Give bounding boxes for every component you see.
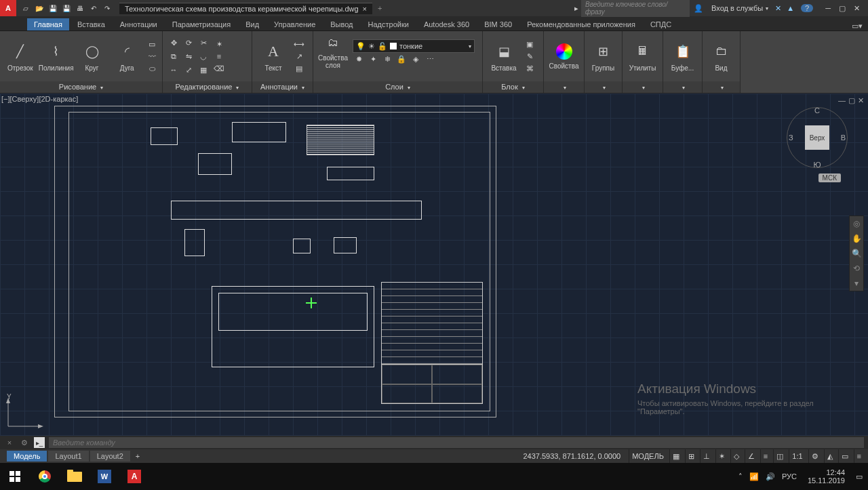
ortho-toggle-icon[interactable]: ⊥ bbox=[700, 449, 713, 463]
scale-icon[interactable]: ⤢ bbox=[182, 64, 195, 76]
fillet-icon[interactable]: ◡ bbox=[197, 50, 210, 62]
ribbon-min-icon[interactable]: ▭▾ bbox=[846, 22, 868, 30]
layer-combo[interactable]: 💡 ☀ 🔓 тонкие ▾ bbox=[353, 39, 475, 53]
exchange-icon[interactable]: ✕ bbox=[772, 4, 784, 13]
layfrz-icon[interactable]: ❄ bbox=[381, 55, 393, 64]
move-icon[interactable]: ✥ bbox=[167, 37, 180, 49]
grid-toggle-icon[interactable]: ▦ bbox=[669, 449, 682, 463]
tab-output[interactable]: Вывод bbox=[323, 18, 359, 30]
model-toggle[interactable]: МОДЕЛЬ bbox=[629, 449, 667, 463]
utils-button[interactable]: 🖩Утилиты bbox=[627, 36, 658, 77]
tray-notifications-icon[interactable]: ▭ bbox=[856, 472, 863, 481]
ellipse-icon[interactable]: ⬭ bbox=[146, 63, 158, 74]
rect-icon[interactable]: ▭ bbox=[146, 39, 158, 49]
table-icon[interactable]: ▤ bbox=[293, 63, 305, 74]
tab-layout2[interactable]: Layout2 bbox=[90, 451, 130, 462]
qat-redo-icon[interactable]: ↷ bbox=[102, 3, 113, 14]
tab-main[interactable]: Главная bbox=[27, 18, 69, 30]
create-block-icon[interactable]: ▣ bbox=[524, 39, 536, 49]
tab-model[interactable]: Модель bbox=[7, 451, 47, 462]
taskbar-explorer[interactable] bbox=[60, 463, 90, 490]
document-tab[interactable]: Технологическая схема производства керам… bbox=[119, 3, 372, 14]
tray-volume-icon[interactable]: 🔊 bbox=[766, 472, 775, 481]
tab-featured[interactable]: Рекомендованные приложения bbox=[520, 18, 642, 30]
explode-icon[interactable]: ✶ bbox=[213, 39, 225, 49]
nav-wheel-icon[interactable]: ◎ bbox=[850, 216, 863, 231]
tab-manage[interactable]: Управление bbox=[267, 18, 322, 30]
maximize-button[interactable]: ▢ bbox=[839, 4, 846, 13]
taskbar-word[interactable]: W bbox=[90, 463, 119, 490]
text-button[interactable]: AТекст bbox=[256, 36, 290, 77]
leader-icon[interactable]: ↗ bbox=[293, 51, 305, 62]
groups-button[interactable]: ⊞Группы bbox=[589, 36, 618, 77]
offset-icon[interactable]: ≡ bbox=[213, 51, 225, 62]
add-layout-icon[interactable]: + bbox=[132, 452, 144, 460]
transparency-icon[interactable]: ◫ bbox=[773, 449, 786, 463]
nav-zoom-icon[interactable]: 🔍 bbox=[850, 246, 863, 261]
tab-bim360[interactable]: BIM 360 bbox=[477, 18, 519, 30]
signin-button[interactable]: Вход в службы▾ bbox=[707, 4, 772, 12]
layoff-icon[interactable]: ✸ bbox=[353, 55, 365, 64]
stretch-icon[interactable]: ↔ bbox=[167, 64, 180, 76]
attr-icon[interactable]: ⌘ bbox=[524, 63, 536, 74]
laylck-icon[interactable]: 🔒 bbox=[395, 55, 408, 64]
laymch-icon[interactable]: ◈ bbox=[410, 55, 422, 64]
wcs-label[interactable]: МСК bbox=[818, 173, 841, 182]
nav-orbit-icon[interactable]: ⟲ bbox=[850, 261, 863, 276]
annoscale-label[interactable]: 1:1 bbox=[789, 449, 805, 463]
polar-toggle-icon[interactable]: ✶ bbox=[715, 449, 728, 463]
insert-button[interactable]: ⬓Вставка bbox=[487, 36, 521, 77]
signin-icon[interactable]: 👤 bbox=[690, 4, 707, 13]
edit-block-icon[interactable]: ✎ bbox=[524, 51, 536, 62]
qat-save-icon[interactable]: 💾 bbox=[47, 3, 58, 14]
otrack-toggle-icon[interactable]: ∠ bbox=[745, 449, 757, 463]
copy-icon[interactable]: ⧉ bbox=[167, 50, 180, 62]
qat-new-icon[interactable]: ▱ bbox=[20, 3, 31, 14]
close-button[interactable]: ✕ bbox=[854, 4, 860, 13]
qat-print-icon[interactable]: 🖶 bbox=[75, 3, 85, 14]
taskbar-autocad[interactable]: A bbox=[119, 463, 149, 490]
exchange-icon-2[interactable]: ▲ bbox=[784, 4, 797, 12]
custom-icon[interactable]: ≡ bbox=[854, 449, 864, 463]
command-input[interactable] bbox=[49, 437, 864, 448]
clean-icon[interactable]: ▭ bbox=[838, 449, 851, 463]
start-button[interactable] bbox=[0, 463, 30, 490]
osnap-toggle-icon[interactable]: ◇ bbox=[730, 449, 742, 463]
line-button[interactable]: ╱Отрезок bbox=[4, 36, 37, 77]
search-icon[interactable]: ▸ bbox=[572, 4, 581, 13]
arc-button[interactable]: ◜Дуга bbox=[111, 36, 143, 77]
erase-icon[interactable]: ⌫ bbox=[213, 63, 225, 74]
tray-lang[interactable]: РУС bbox=[782, 472, 797, 481]
new-tab-icon[interactable]: + bbox=[375, 4, 384, 12]
cmd-config-icon[interactable]: ⚙ bbox=[19, 438, 30, 447]
nav-more-icon[interactable]: ▾ bbox=[850, 276, 863, 291]
tray-network-icon[interactable]: 📶 bbox=[749, 472, 759, 481]
tray-chevron-icon[interactable]: ˄ bbox=[738, 472, 743, 481]
dim-icon[interactable]: ⟷ bbox=[293, 39, 305, 49]
close-icon[interactable]: × bbox=[363, 5, 367, 13]
props-button[interactable]: Свойства bbox=[548, 36, 580, 77]
search-input[interactable]: Введите ключевое слово/фразу bbox=[581, 0, 690, 17]
view-cube[interactable]: С Ю З В Верх bbox=[787, 107, 848, 168]
polyline-button[interactable]: ⌇Полилиния bbox=[39, 36, 73, 77]
gear-icon[interactable]: ⚙ bbox=[808, 449, 821, 463]
tab-annot[interactable]: Аннотации bbox=[113, 18, 164, 30]
laymore-icon[interactable]: ⋯ bbox=[424, 55, 436, 64]
lineweight-icon[interactable]: ≡ bbox=[760, 449, 770, 463]
trim-icon[interactable]: ✂ bbox=[197, 37, 210, 49]
cube-top[interactable]: Верх bbox=[805, 125, 829, 150]
vp-min-icon[interactable]: — bbox=[838, 96, 846, 105]
layer-props-button[interactable]: 🗂Свойства слоя bbox=[317, 34, 349, 69]
tab-view[interactable]: Вид bbox=[239, 18, 266, 30]
iso-icon[interactable]: ◭ bbox=[824, 449, 835, 463]
array-icon[interactable]: ▦ bbox=[197, 64, 210, 76]
qat-saveas-icon[interactable]: 💾 bbox=[61, 3, 72, 14]
qat-open-icon[interactable]: 📂 bbox=[34, 3, 45, 14]
tab-param[interactable]: Параметризация bbox=[165, 18, 237, 30]
minimize-button[interactable]: ─ bbox=[825, 4, 831, 13]
taskbar-chrome[interactable] bbox=[30, 463, 60, 490]
nav-pan-icon[interactable]: ✋ bbox=[850, 231, 863, 246]
tray-clock[interactable]: 12:44 15.11.2019 bbox=[804, 468, 849, 485]
drawing-area[interactable]: [−][Сверху][2D-каркас] — ▢ ✕ bbox=[0, 94, 868, 436]
snap-toggle-icon[interactable]: ⊞ bbox=[685, 449, 697, 463]
